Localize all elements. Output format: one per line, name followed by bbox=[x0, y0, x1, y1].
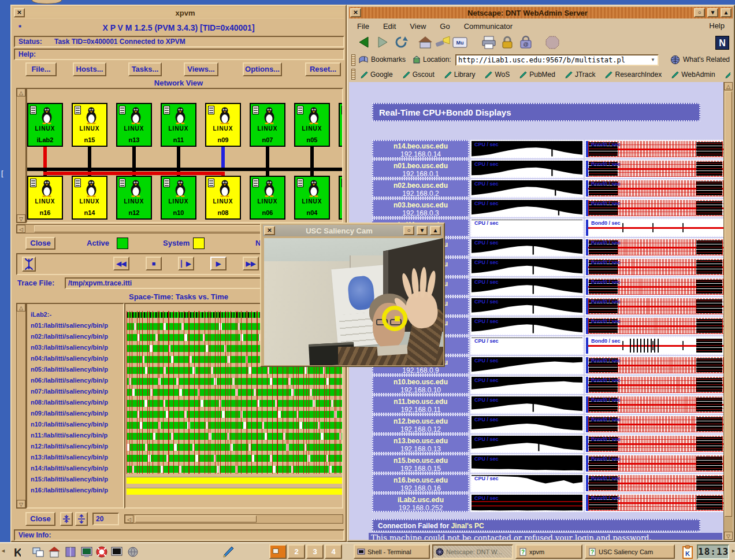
expand-rows-icon[interactable] bbox=[75, 512, 88, 526]
fast-forward-icon[interactable]: ▶▶ bbox=[243, 257, 259, 270]
scroll-up-icon[interactable]: △ bbox=[17, 303, 25, 311]
scroll-up-icon[interactable]: △ bbox=[724, 82, 733, 90]
desktop-2-button[interactable]: 2 bbox=[288, 544, 305, 559]
network-node-iLab2[interactable]: LINUXiLab2 bbox=[27, 103, 63, 147]
page-vertical-scrollbar[interactable]: △ ▽ bbox=[723, 82, 733, 540]
wm-menu-icon[interactable]: ○ bbox=[694, 8, 705, 17]
netscape-titlebar[interactable]: ✕ Netscape: DNT WebAdmin Server ○ ▼ ▲ bbox=[349, 7, 733, 18]
spacetime-horizontal-scrollbar[interactable]: ◁ bbox=[124, 514, 343, 524]
cam-titlebar[interactable]: ✕ USC Saliency Cam ○ ▼ ▲ bbox=[263, 225, 442, 236]
task-button-usc-saliency-cam[interactable]: ?USC Saliency Cam bbox=[585, 544, 675, 559]
home-icon[interactable] bbox=[47, 545, 62, 559]
iconify-icon[interactable]: ▼ bbox=[417, 226, 428, 235]
xpvm-button-reset[interactable]: Reset... bbox=[305, 62, 341, 76]
scroll-down-icon[interactable]: ▽ bbox=[17, 214, 25, 222]
xpvm-button-options[interactable]: Options... bbox=[243, 62, 282, 76]
xpvm-button-views[interactable]: Views... bbox=[184, 62, 218, 76]
task-button-netscape-dnt-w-[interactable]: Netscape: DNT W... bbox=[432, 544, 513, 559]
network-node-clipped[interactable]: LINUX bbox=[339, 176, 343, 220]
whats-related-icon[interactable] bbox=[670, 55, 680, 67]
home-icon[interactable] bbox=[417, 35, 435, 52]
network-node-n05[interactable]: LINUXn05 bbox=[294, 103, 330, 147]
shade-icon[interactable]: ▲ bbox=[721, 8, 732, 17]
bookmark-library[interactable]: Library bbox=[444, 71, 476, 79]
network-close-button[interactable]: Close bbox=[25, 237, 55, 250]
bookmark-cvsweb[interactable]: CVSweb bbox=[725, 71, 730, 79]
desktop-3-button[interactable]: 3 bbox=[306, 544, 324, 559]
network-node-n10[interactable]: LINUXn10 bbox=[161, 176, 196, 220]
url-dropdown-icon[interactable]: ▼ bbox=[651, 55, 658, 65]
scroll-down-icon[interactable]: ▽ bbox=[17, 500, 25, 508]
row-height-field[interactable]: 20 bbox=[92, 513, 119, 525]
scrollbar-thumb[interactable] bbox=[135, 516, 257, 522]
toolbar-grip[interactable] bbox=[351, 69, 355, 80]
close-icon[interactable]: ✕ bbox=[264, 226, 275, 235]
spacetime-close-button[interactable]: Close bbox=[25, 512, 55, 526]
stop-icon[interactable]: ■ bbox=[146, 257, 162, 270]
close-icon[interactable]: ✕ bbox=[350, 8, 361, 17]
task-button-shell-terminal[interactable]: Shell - Terminal bbox=[354, 544, 430, 559]
klipper-pen-icon[interactable] bbox=[222, 545, 236, 559]
documentation-icon[interactable] bbox=[64, 545, 78, 559]
network-node-n09[interactable]: LINUXn09 bbox=[205, 103, 241, 147]
panel-hide-left-icon[interactable]: ◄ bbox=[1, 548, 6, 554]
iconify-icon[interactable]: ▼ bbox=[707, 8, 718, 17]
network-node-n13[interactable]: LINUXn13 bbox=[116, 103, 152, 147]
bookmark-webadmin[interactable]: WebAdmin bbox=[671, 71, 715, 79]
help-icon[interactable] bbox=[95, 545, 109, 559]
stop-icon[interactable] bbox=[544, 35, 562, 52]
spacetime-vertical-scrollbar[interactable]: △ ▽ bbox=[16, 303, 26, 509]
k-menu-icon[interactable]: K bbox=[7, 545, 21, 559]
bookmark-pubmed[interactable]: PubMed bbox=[519, 71, 555, 79]
menu-help[interactable]: Help bbox=[709, 21, 725, 30]
close-icon[interactable]: ✕ bbox=[14, 8, 25, 17]
shade-icon[interactable]: ▲ bbox=[430, 226, 441, 235]
wm-menu-icon[interactable]: ○ bbox=[403, 226, 414, 235]
bookmark-jtrack[interactable]: JTrack bbox=[565, 71, 596, 79]
network-node-n07[interactable]: LINUXn07 bbox=[250, 103, 285, 147]
play-icon[interactable]: ▶ bbox=[210, 257, 227, 270]
menu-edit[interactable]: Edit bbox=[383, 22, 396, 31]
toolbar-grip[interactable] bbox=[351, 54, 355, 66]
bookmark-wos[interactable]: WoS bbox=[485, 71, 510, 79]
scroll-left-icon[interactable]: ◁ bbox=[17, 225, 25, 233]
xpvm-button-hosts[interactable]: Hosts... bbox=[73, 62, 106, 76]
terminal-icon[interactable] bbox=[80, 545, 94, 559]
bookmark-google[interactable]: Google bbox=[361, 71, 393, 79]
print-icon[interactable] bbox=[481, 35, 498, 52]
url-input[interactable]: http://iLab1.usc.edu:9567/b/multistat.pl bbox=[455, 54, 659, 66]
network-node-n04[interactable]: LINUXn04 bbox=[294, 176, 330, 220]
netscape-logo[interactable]: N bbox=[715, 36, 729, 50]
task-button-xpvm[interactable]: ?xpvm bbox=[515, 544, 582, 559]
scroll-up-icon[interactable]: △ bbox=[17, 88, 25, 97]
shop-icon[interactable]: @ bbox=[518, 35, 535, 52]
network-node-n14[interactable]: LINUXn14 bbox=[72, 176, 107, 220]
bookmarks-icon[interactable] bbox=[358, 55, 369, 66]
panel-hide-right-icon[interactable]: ► bbox=[731, 548, 735, 554]
rewind-icon[interactable]: ◀◀ bbox=[113, 257, 129, 270]
menu-view[interactable]: View bbox=[410, 22, 426, 31]
xpvm-button-file[interactable]: File... bbox=[25, 62, 57, 76]
display-icon[interactable] bbox=[110, 545, 124, 559]
scroll-down-icon[interactable]: ▽ bbox=[724, 532, 733, 540]
menu-communicator[interactable]: Communicator bbox=[464, 22, 513, 31]
klipper-icon[interactable]: K bbox=[682, 545, 693, 559]
bookmarks-label[interactable]: Bookmarks bbox=[371, 55, 406, 64]
xpvm-button-tasks[interactable]: Tasks... bbox=[128, 62, 162, 76]
reload-icon[interactable] bbox=[393, 35, 410, 52]
fork-icon[interactable] bbox=[22, 257, 36, 272]
network-vertical-scrollbar[interactable]: △ ▽ bbox=[16, 88, 26, 223]
bookmark-researchindex[interactable]: ResearchIndex bbox=[605, 71, 662, 79]
step-icon[interactable]: ▏▶ bbox=[178, 257, 194, 270]
compress-rows-icon[interactable] bbox=[60, 512, 73, 526]
network-node-clipped[interactable]: LINUX bbox=[339, 103, 343, 147]
network-node-n12[interactable]: LINUXn12 bbox=[116, 176, 152, 220]
scroll-left-icon[interactable]: ◁ bbox=[125, 515, 133, 523]
forward-icon[interactable] bbox=[374, 35, 392, 52]
desktop-1-button[interactable] bbox=[269, 544, 287, 559]
menu-file[interactable]: File bbox=[357, 22, 369, 31]
menu-go[interactable]: Go bbox=[440, 22, 450, 31]
mynetscape-icon[interactable]: Mu bbox=[452, 35, 469, 52]
window-list-icon[interactable] bbox=[31, 545, 46, 559]
bookmark-gscout[interactable]: Gscout bbox=[403, 71, 435, 79]
